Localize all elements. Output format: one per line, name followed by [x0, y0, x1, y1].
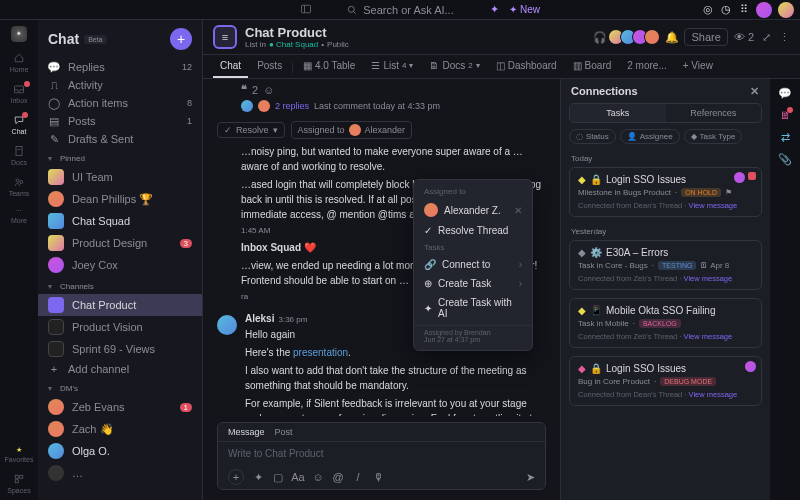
bell-icon[interactable]: 🔔: [666, 31, 678, 43]
rail-favorites[interactable]: ★Favorites: [5, 446, 34, 463]
tab-chat[interactable]: Chat: [213, 55, 248, 78]
tab-references[interactable]: References: [666, 104, 762, 122]
rail-home[interactable]: Home: [10, 52, 29, 73]
ai-icon[interactable]: ✦: [252, 471, 264, 483]
section-dms[interactable]: DM's: [38, 378, 202, 396]
attach-plus-icon[interactable]: +: [228, 469, 244, 485]
section-pinned[interactable]: Pinned: [38, 148, 202, 166]
send-button[interactable]: ➤: [526, 471, 535, 484]
tab-board[interactable]: ▥Board: [566, 55, 619, 78]
rail-spaces[interactable]: Spaces: [7, 473, 30, 494]
filter-status[interactable]: ◌ Status: [569, 129, 616, 144]
composer-tab-post[interactable]: Post: [275, 427, 293, 437]
grid-apps-icon[interactable]: ⠿: [738, 4, 750, 16]
nav-drafts[interactable]: ✎Drafts & Sent: [38, 130, 202, 148]
record-icon[interactable]: ◎: [702, 4, 714, 16]
section-channels[interactable]: Channels: [38, 276, 202, 294]
thread-replies[interactable]: 2 replies Last comment today at 4:33 pm: [241, 100, 546, 112]
comment-icon[interactable]: 💬: [779, 87, 791, 99]
filter-task-type[interactable]: ◆ Task Type: [684, 129, 743, 144]
menu-create-task[interactable]: ⊕Create Task›: [414, 274, 532, 293]
tab-list[interactable]: ☰List4▾: [364, 55, 420, 78]
rail-more[interactable]: ⋯More: [11, 207, 27, 224]
channel-product-vision[interactable]: Product Vision: [38, 316, 202, 338]
dm-olga[interactable]: Olga O.: [38, 440, 202, 462]
panel-toggle-icon[interactable]: [300, 3, 312, 17]
resolve-pill[interactable]: ✓ Resolve ▾: [217, 122, 285, 138]
channel-chat-squad[interactable]: Chat Squad: [38, 210, 202, 232]
mic-icon[interactable]: 🎙: [372, 471, 384, 483]
tab-tasks[interactable]: Tasks: [570, 104, 666, 122]
tab-add-view[interactable]: + View: [676, 55, 720, 78]
nav-activity[interactable]: ⎍Activity: [38, 76, 202, 94]
nav-posts[interactable]: ▤Posts1: [38, 112, 202, 130]
menu-resolve-thread[interactable]: ✓ Resolve Thread: [414, 221, 532, 240]
format-icon[interactable]: Aa: [292, 471, 304, 483]
task-card[interactable]: ◆ 📱Mobile Okta SSO Failing Task in Mobil…: [569, 298, 762, 348]
assigned-to-pill[interactable]: Assigned to Alexander: [291, 121, 413, 139]
menu-connect-to[interactable]: 🔗Connect to›: [414, 255, 532, 274]
workspace-switcher[interactable]: ✴: [11, 26, 27, 42]
menu-assignee[interactable]: Alexander Z.✕: [414, 199, 532, 221]
composer-input[interactable]: Write to Chat Product: [218, 442, 545, 465]
details-icon[interactable]: 🗎: [779, 109, 791, 121]
nav-replies[interactable]: 💬Replies12: [38, 58, 202, 76]
rail-inbox[interactable]: Inbox: [10, 83, 27, 104]
task-card[interactable]: ◆ ⚙️E30A – Errors Task in Core - Bugs · …: [569, 240, 762, 290]
channel-breadcrumb[interactable]: List in ● Chat Squad •Public: [245, 40, 349, 49]
dm-joey-cox[interactable]: Joey Cox: [38, 254, 202, 276]
composer-tab-message[interactable]: Message: [228, 427, 265, 437]
dm-zeb-evans[interactable]: Zeb Evans1: [38, 396, 202, 418]
global-search[interactable]: Search or Ask AI...: [346, 4, 454, 16]
headphones-icon[interactable]: 🎧: [594, 31, 606, 43]
tab-table[interactable]: ▦4.0 Table: [296, 55, 362, 78]
nav-action-items[interactable]: ◯Action items8: [38, 94, 202, 112]
view-message-link[interactable]: View message: [689, 390, 738, 399]
mention-icon[interactable]: @: [332, 471, 344, 483]
dm-truncated[interactable]: …: [38, 462, 202, 484]
dm-dean-phillips[interactable]: Dean Phillips 🏆: [38, 188, 202, 210]
view-message-link[interactable]: View message: [684, 274, 733, 283]
avatar[interactable]: [217, 315, 237, 335]
presentation-link[interactable]: presentation: [293, 347, 348, 358]
slash-command-icon[interactable]: /: [352, 471, 364, 483]
close-icon[interactable]: ✕: [514, 205, 522, 216]
channel-logo-icon[interactable]: ≡: [213, 25, 237, 49]
record-video-icon[interactable]: ▢: [272, 471, 284, 483]
channel-ui-team[interactable]: UI Team: [38, 166, 202, 188]
tab-dashboard[interactable]: ◫Dashboard: [489, 55, 564, 78]
clock-icon[interactable]: ◷: [720, 4, 732, 16]
task-card[interactable]: ◆ 🔒Login SSO Issues Milestone in Bugs Pr…: [569, 167, 762, 217]
view-message-link[interactable]: View message: [689, 201, 738, 210]
participant-avatars[interactable]: [612, 29, 660, 45]
user-avatar[interactable]: [778, 2, 794, 18]
new-chat-button[interactable]: +: [170, 28, 192, 50]
tab-more[interactable]: 2 more...: [620, 55, 673, 78]
view-message-link[interactable]: View message: [684, 332, 733, 341]
channel-chat-product[interactable]: Chat Product: [38, 294, 202, 316]
dm-zach[interactable]: Zach 👋: [38, 418, 202, 440]
task-card[interactable]: ◆ 🔒Login SSO Issues Bug in Core Product …: [569, 356, 762, 406]
ai-spark-icon[interactable]: ✦: [490, 3, 499, 16]
channel-product-design[interactable]: Product Design3: [38, 232, 202, 254]
code-icon[interactable]: ⇄: [779, 131, 791, 143]
more-menu-icon[interactable]: ⋮: [778, 31, 790, 43]
new-button[interactable]: ✦New: [509, 4, 540, 15]
tab-docs[interactable]: 🗎Docs2▾: [422, 55, 486, 78]
rail-docs[interactable]: Docs: [11, 145, 27, 166]
filter-assignee[interactable]: 👤 Assignee: [620, 129, 680, 144]
expand-icon[interactable]: ⤢: [760, 31, 772, 43]
rail-chat[interactable]: Chat: [12, 114, 27, 135]
user-avatar[interactable]: [756, 2, 772, 18]
rail-teams[interactable]: Teams: [9, 176, 30, 197]
tab-posts[interactable]: Posts: [250, 55, 289, 78]
emoji-icon[interactable]: ☺: [312, 471, 324, 483]
emoji-icon[interactable]: ☺: [263, 84, 274, 96]
attach-icon[interactable]: 📎: [779, 153, 791, 165]
watchers-count[interactable]: 👁 2: [734, 31, 754, 43]
channel-sprint-69[interactable]: Sprint 69 - Views: [38, 338, 202, 360]
share-button[interactable]: Share: [684, 28, 727, 46]
menu-create-task-ai[interactable]: ✦Create Task with AI: [414, 293, 532, 323]
add-channel[interactable]: +Add channel: [38, 360, 202, 378]
close-panel-icon[interactable]: ✕: [748, 85, 760, 97]
